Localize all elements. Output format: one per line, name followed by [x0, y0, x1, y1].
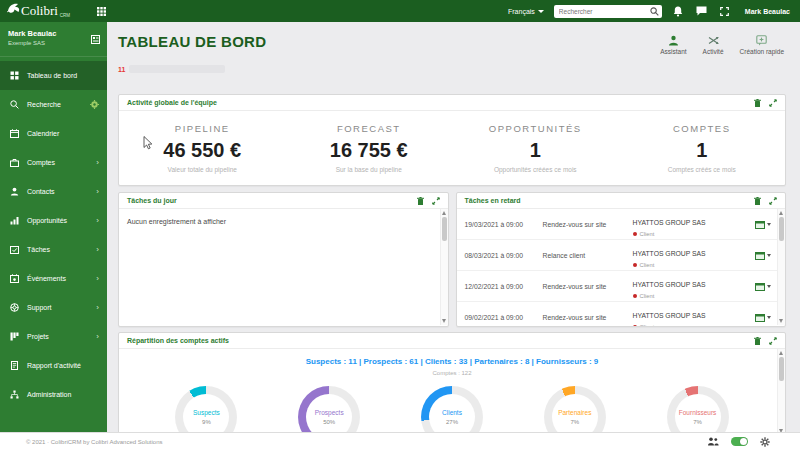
client-status-dot — [633, 325, 637, 327]
language-label: Français — [508, 8, 535, 15]
topbar-username[interactable]: Mark Beaulac — [745, 8, 790, 15]
notifications-bell-icon[interactable] — [672, 5, 685, 18]
donut-percent: 7% — [570, 419, 579, 425]
language-selector[interactable]: Français — [508, 8, 544, 15]
stat-caption: Sur la base du pipeline — [336, 166, 402, 173]
chevron-down-icon — [767, 254, 771, 257]
action-label: Création rapide — [740, 48, 784, 55]
brand-sub: CRM — [60, 13, 70, 18]
notification-count: 11 — [118, 66, 125, 73]
opportunities-chart-icon — [10, 216, 19, 225]
task-calendar-dropdown[interactable] — [755, 251, 771, 260]
tasks-calendar-icon — [10, 245, 19, 254]
task-calendar-dropdown[interactable] — [755, 313, 771, 322]
task-calendar-dropdown[interactable] — [755, 220, 771, 229]
expand-icon[interactable] — [769, 337, 777, 345]
table-row[interactable]: 09/02/2021 à 09:00 Rendez-vous sur site … — [457, 302, 786, 327]
colibri-crm-app: Colibri CRM Français — [0, 0, 800, 450]
sidebar-item-label: Projets — [27, 333, 96, 340]
sidebar-item-recherche[interactable]: Recherche — [0, 90, 107, 119]
chevron-right-icon: › — [96, 188, 99, 196]
fullscreen-icon[interactable] — [718, 5, 731, 18]
repartition-header: Répartition des comptes actifs — [119, 333, 785, 349]
stat-opportunites: OPPORTUNITÉS 1 Opportunités créées ce mo… — [452, 111, 619, 185]
sidebar-user-company: Exemple SAS — [8, 40, 99, 46]
assistant-person-icon — [668, 35, 679, 46]
expand-icon[interactable] — [769, 99, 777, 107]
page-header: TABLEAU DE BORD Assistant Activité Créat… — [118, 27, 786, 63]
chevron-right-icon: › — [96, 275, 99, 283]
sidebar-item-evenements[interactable]: Événements › — [0, 264, 107, 293]
global-search[interactable] — [554, 5, 662, 18]
sidebar-item-label: Opportunités — [27, 217, 96, 224]
trash-icon[interactable] — [754, 197, 761, 205]
chevron-down-icon — [767, 285, 771, 288]
expand-icon[interactable] — [769, 197, 777, 205]
calendar-icon — [755, 313, 765, 322]
repartition-summary-link[interactable]: Suspects : 11 | Prospects : 61 | Clients… — [119, 357, 785, 366]
donut-partenaires: Partenaires 7% — [544, 386, 606, 433]
copyright-text: © 2021 · ColibriCRM by Colibri Advanced … — [0, 439, 162, 445]
sidebar-item-label: Tâches — [27, 246, 96, 253]
notification-line[interactable]: 11 — [118, 64, 786, 74]
sidebar-item-opportunites[interactable]: Opportunités › — [0, 206, 107, 235]
card-title: Tâches en retard — [465, 197, 521, 204]
sidebar: Mark Beaulac Exemple SAS Tableau de bord… — [0, 22, 107, 433]
sidebar-item-comptes[interactable]: Comptes › — [0, 148, 107, 177]
sidebar-item-administration[interactable]: Administration — [0, 380, 107, 409]
sidebar-item-rapport-activite[interactable]: Rapport d'activité — [0, 351, 107, 380]
stat-comptes: COMPTES 1 Comptes créés ce mois — [619, 111, 786, 185]
stat-value: 1 — [696, 139, 707, 162]
search-input[interactable] — [554, 6, 647, 17]
sidebar-item-label: Rapport d'activité — [27, 362, 99, 369]
sidebar-item-contacts[interactable]: Contacts › — [0, 177, 107, 206]
apps-grid-icon[interactable] — [90, 0, 112, 22]
brand-logo[interactable]: Colibri CRM — [0, 1, 90, 21]
activity-button[interactable]: Activité — [703, 35, 724, 55]
search-icon[interactable] — [650, 7, 659, 16]
sidebar-item-label: Contacts — [27, 188, 96, 195]
chevron-down-icon — [767, 223, 771, 226]
expand-icon[interactable] — [432, 197, 440, 205]
stat-caption: Comptes créés ce mois — [668, 166, 736, 173]
quick-create-button[interactable]: Création rapide — [740, 35, 784, 55]
sidebar-user-block[interactable]: Mark Beaulac Exemple SAS — [0, 22, 107, 57]
chevron-right-icon: › — [96, 246, 99, 254]
sidebar-item-tableau-de-bord[interactable]: Tableau de bord — [0, 61, 107, 90]
scrollbar[interactable] — [440, 209, 448, 325]
card-title: Tâches du jour — [127, 197, 177, 204]
projects-kanban-icon — [10, 332, 19, 341]
donut-charts: Suspects 9% Prospects 50% Clients 27% Pa… — [119, 386, 785, 433]
trash-icon[interactable] — [417, 197, 424, 205]
chevron-right-icon: › — [96, 304, 99, 312]
table-row[interactable]: 08/03/2021 à 09:00 Relance client HYATTO… — [457, 240, 786, 271]
donut-label: Partenaires — [558, 409, 591, 416]
id-card-icon[interactable] — [91, 30, 100, 48]
dashboard-icon — [10, 71, 19, 80]
sitemap-icon — [10, 390, 19, 399]
assistant-button[interactable]: Assistant — [660, 35, 686, 55]
chevron-down-icon — [538, 10, 544, 13]
scrollbar[interactable] — [777, 209, 785, 325]
gear-icon[interactable] — [760, 437, 770, 447]
tasks-today-header: Tâches du jour — [119, 193, 448, 209]
header-actions: Assistant Activité Création rapide — [660, 35, 784, 55]
contact-icon — [10, 187, 19, 196]
chat-icon[interactable] — [695, 5, 708, 18]
task-subject: Rendez-vous sur site — [543, 221, 633, 228]
stat-pipeline: PIPELINE 46 550 € Valeur totale du pipel… — [119, 111, 286, 185]
donut-clients: Clients 27% — [421, 386, 483, 433]
table-row[interactable]: 12/02/2021 à 09:00 Rendez-vous sur site … — [457, 271, 786, 302]
trash-icon[interactable] — [754, 99, 761, 107]
scrollbar[interactable] — [777, 349, 785, 433]
task-calendar-dropdown[interactable] — [755, 282, 771, 291]
sidebar-item-projets[interactable]: Projets › — [0, 322, 107, 351]
theme-toggle[interactable] — [731, 437, 748, 446]
users-icon[interactable] — [707, 437, 719, 446]
sidebar-item-support[interactable]: Support › — [0, 293, 107, 322]
gear-icon[interactable] — [90, 100, 99, 109]
sidebar-item-taches[interactable]: Tâches › — [0, 235, 107, 264]
sidebar-item-calendrier[interactable]: Calendrier — [0, 119, 107, 148]
trash-icon[interactable] — [754, 337, 761, 345]
table-row[interactable]: 19/03/2021 à 09:00 Rendez-vous sur site … — [457, 209, 786, 240]
